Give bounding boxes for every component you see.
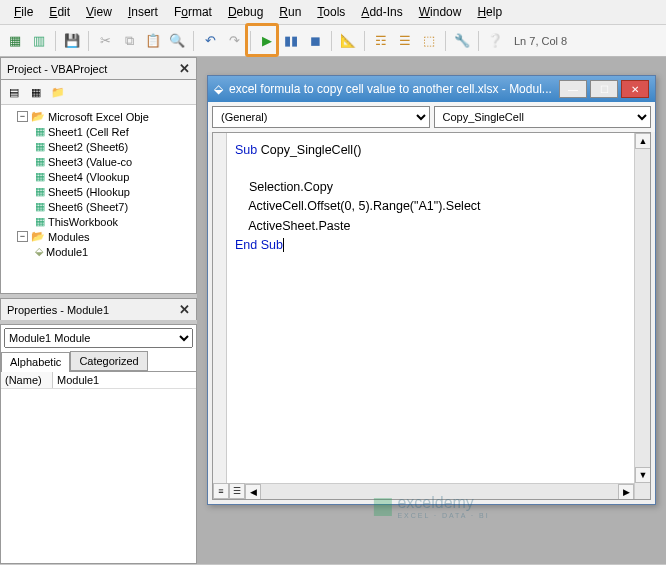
properties-pane: Module1 Module Alphabetic Categorized (N… [0, 324, 197, 564]
property-name: (Name) [1, 372, 53, 388]
toolbox-icon[interactable]: 🔧 [451, 30, 473, 52]
object-browser-icon[interactable]: ⬚ [418, 30, 440, 52]
copy-icon[interactable]: ⧉ [118, 30, 140, 52]
toggle-folders-icon[interactable]: 📁 [48, 83, 68, 101]
module-icon: ⬙ [214, 82, 223, 96]
property-value[interactable]: Module1 [53, 372, 196, 388]
menu-insert[interactable]: Insert [120, 3, 166, 21]
menu-window[interactable]: Window [411, 3, 470, 21]
properties-pane-title: Properties - Module1 ✕ [0, 298, 197, 320]
menu-bar: File Edit View Insert Format Debug Run T… [0, 0, 666, 25]
property-row[interactable]: (Name) Module1 [1, 372, 196, 389]
toolbar: ▦ ▥ 💾 ✂ ⧉ 📋 🔍 ↶ ↷ ▶ ▮▮ ◼ 📐 ☶ ☰ ⬚ 🔧 ❔ Ln … [0, 25, 666, 57]
properties-pane-title-text: Properties - Module1 [7, 304, 109, 316]
cut-icon[interactable]: ✂ [94, 30, 116, 52]
tree-node-sheet[interactable]: ▦Sheet2 (Sheet6) [3, 139, 194, 154]
view-code-icon[interactable]: ▤ [4, 83, 24, 101]
project-pane-title: Project - VBAProject ✕ [0, 57, 197, 79]
tree-node-modules[interactable]: −📂Modules [3, 229, 194, 244]
save-icon[interactable]: 💾 [61, 30, 83, 52]
menu-format[interactable]: Format [166, 3, 220, 21]
view-object-icon[interactable]: ▦ [26, 83, 46, 101]
margin-indicator-bar [213, 133, 227, 499]
code-window-title: excel formula to copy cell value to anot… [229, 82, 553, 96]
tab-alphabetic[interactable]: Alphabetic [1, 352, 70, 372]
tree-node-sheet[interactable]: ▦Sheet4 (Vlookup [3, 169, 194, 184]
close-icon[interactable]: ✕ [621, 80, 649, 98]
tree-node-workbook[interactable]: ▦ThisWorkbook [3, 214, 194, 229]
menu-view[interactable]: View [78, 3, 120, 21]
help-icon[interactable]: ❔ [484, 30, 506, 52]
tab-categorized[interactable]: Categorized [70, 351, 147, 371]
procedure-dropdown[interactable]: Copy_SingleCell [434, 106, 652, 128]
tree-node-sheet[interactable]: ▦Sheet1 (Cell Ref [3, 124, 194, 139]
code-editor[interactable]: Sub Copy_SingleCell() Selection.Copy Act… [212, 132, 651, 500]
menu-debug[interactable]: Debug [220, 3, 271, 21]
cursor-position-status: Ln 7, Col 8 [514, 35, 567, 47]
object-dropdown[interactable]: (General) [212, 106, 430, 128]
redo-icon[interactable]: ↷ [223, 30, 245, 52]
project-pane-title-text: Project - VBAProject [7, 63, 107, 75]
paste-icon[interactable]: 📋 [142, 30, 164, 52]
menu-file[interactable]: File [6, 3, 41, 21]
tree-node-sheet[interactable]: ▦Sheet5 (Hlookup [3, 184, 194, 199]
full-module-view-icon[interactable]: ☰ [229, 483, 245, 499]
code-window: ⬙ excel formula to copy cell value to an… [207, 75, 656, 505]
undo-icon[interactable]: ↶ [199, 30, 221, 52]
properties-object-combo[interactable]: Module1 Module [4, 328, 193, 348]
scroll-down-icon[interactable]: ▼ [635, 467, 651, 483]
tree-node-module1[interactable]: ⬙Module1 [3, 244, 194, 259]
insert-module-icon[interactable]: ▥ [28, 30, 50, 52]
properties-pane-close-icon[interactable]: ✕ [179, 302, 190, 317]
menu-edit[interactable]: Edit [41, 3, 78, 21]
scroll-right-icon[interactable]: ▶ [618, 484, 634, 500]
project-explorer: ▤ ▦ 📁 −📂Microsoft Excel Obje ▦Sheet1 (Ce… [0, 79, 197, 294]
tree-node-sheet[interactable]: ▦Sheet6 (Sheet7) [3, 199, 194, 214]
tree-node-sheet[interactable]: ▦Sheet3 (Value-co [3, 154, 194, 169]
menu-addins[interactable]: Add-Ins [353, 3, 410, 21]
properties-window-icon[interactable]: ☰ [394, 30, 416, 52]
break-icon[interactable]: ▮▮ [280, 30, 302, 52]
reset-icon[interactable]: ◼ [304, 30, 326, 52]
code-window-titlebar[interactable]: ⬙ excel formula to copy cell value to an… [208, 76, 655, 102]
scroll-left-icon[interactable]: ◀ [245, 484, 261, 500]
vertical-scrollbar[interactable]: ▲ ▼ [634, 133, 650, 499]
code-text[interactable]: Sub Copy_SingleCell() Selection.Copy Act… [235, 141, 481, 255]
menu-tools[interactable]: Tools [309, 3, 353, 21]
menu-run[interactable]: Run [271, 3, 309, 21]
project-tree: −📂Microsoft Excel Obje ▦Sheet1 (Cell Ref… [1, 105, 196, 293]
run-icon[interactable]: ▶ [256, 30, 278, 52]
excel-icon[interactable]: ▦ [4, 30, 26, 52]
tree-node-excel-objects[interactable]: −📂Microsoft Excel Obje [3, 109, 194, 124]
minimize-icon[interactable]: — [559, 80, 587, 98]
horizontal-scrollbar[interactable]: ≡ ☰ ◀ ▶ [213, 483, 634, 499]
project-explorer-icon[interactable]: ☶ [370, 30, 392, 52]
project-pane-close-icon[interactable]: ✕ [179, 61, 190, 76]
design-mode-icon[interactable]: 📐 [337, 30, 359, 52]
maximize-icon[interactable]: ☐ [590, 80, 618, 98]
scroll-up-icon[interactable]: ▲ [635, 133, 651, 149]
find-icon[interactable]: 🔍 [166, 30, 188, 52]
menu-help[interactable]: Help [469, 3, 510, 21]
procedure-view-icon[interactable]: ≡ [213, 483, 229, 499]
